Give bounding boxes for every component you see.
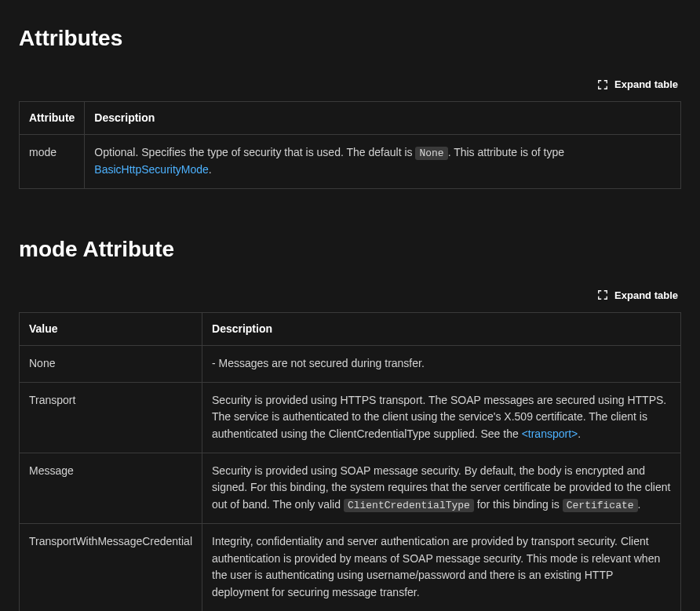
table-header-row: Value Description <box>20 312 681 345</box>
attribute-value: mode <box>20 135 85 189</box>
mode-attribute-table: Value Description None - Messages are no… <box>19 312 681 611</box>
table-row: Transport Security is provided using HTT… <box>20 382 681 453</box>
expand-icon <box>597 289 608 300</box>
expand-table-button-mode[interactable]: Expand table <box>594 288 681 303</box>
desc-prefix-text: Security is provided using HTTPS transpo… <box>212 394 666 440</box>
desc-suffix-text: . <box>638 498 641 511</box>
default-value-code: None <box>415 147 447 160</box>
desc-mid-text: . This attribute is of type <box>448 146 564 158</box>
col-value-header: Value <box>20 312 202 345</box>
col-description-header: Description <box>85 102 681 135</box>
mode-description: Integrity, confidentiality and server au… <box>202 524 681 611</box>
mode-value: None <box>20 345 202 382</box>
attribute-description: Optional. Specifies the type of security… <box>85 135 681 189</box>
expand-table-label: Expand table <box>614 78 678 90</box>
mode-description: - Messages are not secured during transf… <box>202 345 681 382</box>
mode-value: Transport <box>20 382 202 453</box>
table-row: mode Optional. Specifies the type of sec… <box>20 135 681 189</box>
certificate-code: Certificate <box>563 499 638 512</box>
desc-suffix-text: . <box>578 427 581 440</box>
table-row: TransportWithMessageCredential Integrity… <box>20 524 681 611</box>
desc-mid-text: for this binding is <box>474 498 563 511</box>
col-description-header: Description <box>202 312 681 345</box>
mode-value: Message <box>20 453 202 524</box>
mode-description: Security is provided using SOAP message … <box>202 453 681 524</box>
transport-link[interactable]: <transport> <box>522 427 578 440</box>
expand-table-label: Expand table <box>614 289 678 301</box>
table-header-row: Attribute Description <box>20 102 681 135</box>
mode-value: TransportWithMessageCredential <box>20 524 202 611</box>
clientcredentialtype-code: ClientCredentialType <box>344 499 474 512</box>
attributes-heading: Attributes <box>19 22 681 55</box>
desc-suffix-text: . <box>209 163 212 176</box>
table-row: None - Messages are not secured during t… <box>20 345 681 382</box>
expand-table-button-attributes[interactable]: Expand table <box>594 77 681 92</box>
type-link[interactable]: BasicHttpSecurityMode <box>94 163 209 176</box>
col-attribute-header: Attribute <box>20 102 85 135</box>
mode-description: Security is provided using HTTPS transpo… <box>202 382 681 453</box>
mode-attribute-heading: mode Attribute <box>19 233 681 266</box>
attributes-table: Attribute Description mode Optional. Spe… <box>19 101 681 189</box>
desc-prefix-text: Optional. Specifies the type of security… <box>94 146 415 158</box>
table-row: Message Security is provided using SOAP … <box>20 453 681 524</box>
expand-icon <box>597 79 608 90</box>
